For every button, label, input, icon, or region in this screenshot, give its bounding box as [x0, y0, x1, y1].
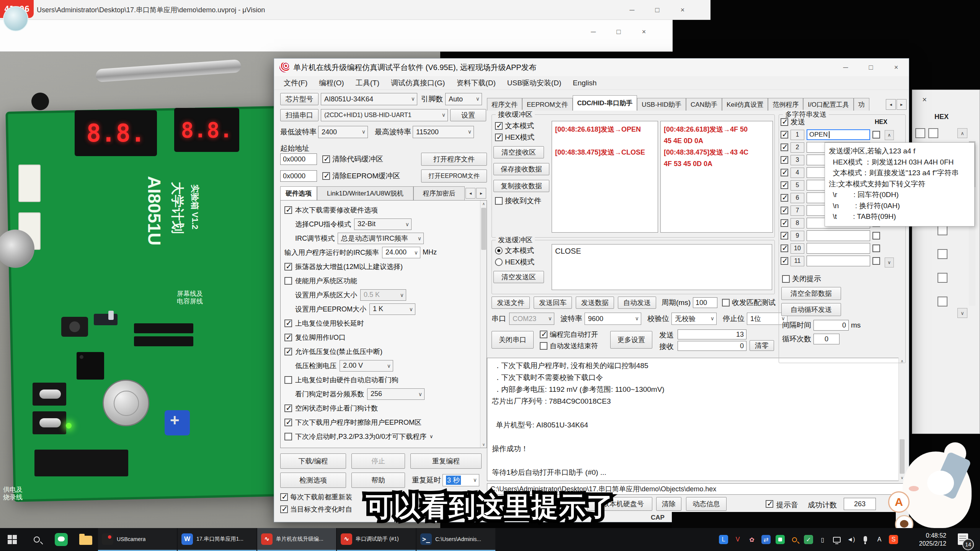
side-checkbox[interactable]: [938, 297, 947, 306]
serial-port-select[interactable]: (2CDC+HID1) USB-HID-UART1: [321, 109, 448, 121]
tab-1[interactable]: EEPROM文件: [522, 98, 573, 111]
taskbar-green-app[interactable]: [49, 528, 74, 551]
max-baud-select[interactable]: 115200: [413, 126, 474, 138]
close-icon[interactable]: ×: [631, 23, 657, 41]
recv-text-mode-checkbox[interactable]: [495, 122, 503, 130]
close-icon[interactable]: ×: [670, 0, 695, 20]
start-button[interactable]: [0, 528, 24, 551]
open-eeprom-file-button[interactable]: 打开EEPROM文件: [421, 170, 487, 183]
loop-count-input[interactable]: 0: [813, 334, 840, 344]
menu-item[interactable]: English: [567, 79, 602, 87]
clear-log-button[interactable]: 清除: [656, 497, 681, 511]
taskbar-clock[interactable]: 0:48:52 2025/2/12: [903, 531, 946, 548]
close-icon[interactable]: ×: [884, 59, 909, 76]
baud-select[interactable]: 9600: [585, 313, 641, 325]
tab-5[interactable]: Keil仿真设置: [722, 98, 768, 111]
minimize-icon[interactable]: ─: [833, 59, 858, 76]
minimize-icon[interactable]: ─: [581, 23, 606, 41]
menu-item[interactable]: 文件(F): [278, 78, 313, 88]
eeprom-start-address-input[interactable]: 0x0000: [280, 170, 317, 182]
menu-item[interactable]: 调试仿真接口(G): [385, 78, 451, 88]
scan-port-button[interactable]: 扫描串口: [280, 109, 318, 121]
option-checkbox[interactable]: [284, 404, 292, 412]
send-cr-button[interactable]: 发送回车: [534, 297, 572, 309]
send-data-button[interactable]: 发送数据: [576, 297, 614, 309]
recv-hex-mode-checkbox[interactable]: [495, 134, 503, 141]
close-icon[interactable]: ×: [916, 93, 933, 106]
multi-row-input[interactable]: [807, 256, 870, 266]
usb-device-icon[interactable]: ▯: [818, 535, 827, 544]
option-select[interactable]: 32-Bit: [354, 218, 412, 230]
multi-row-hex-checkbox[interactable]: [872, 245, 880, 252]
speaker-icon[interactable]: ◄): [846, 535, 856, 544]
option-checkbox[interactable]: [284, 376, 292, 384]
tab-scroll-right-icon[interactable]: ▸: [897, 99, 906, 110]
microphone-icon[interactable]: [861, 535, 870, 544]
maximize-icon[interactable]: □: [645, 0, 670, 20]
receive-text-pane[interactable]: [00:48:26.618]发送→OPEN [00:48:38.475]发送→C…: [552, 121, 658, 233]
tab-4[interactable]: CAN助手: [686, 98, 722, 111]
send-file-button[interactable]: 发送文件: [492, 297, 530, 309]
option-checkbox[interactable]: [284, 277, 292, 285]
side-checkbox[interactable]: [928, 128, 938, 138]
multi-row-checkbox[interactable]: [781, 156, 788, 164]
scroll-up-icon[interactable]: ∧: [480, 201, 487, 207]
security-shield-icon[interactable]: L: [719, 535, 728, 544]
sogou-input-icon[interactable]: S: [889, 535, 898, 544]
multi-row-hex-checkbox[interactable]: [872, 131, 880, 139]
chip-model-button[interactable]: 芯片型号: [280, 93, 318, 105]
ime-language-icon[interactable]: A: [875, 535, 884, 544]
match-test-checkbox[interactable]: [722, 299, 730, 306]
option-select[interactable]: 1 K: [369, 303, 415, 315]
dynamic-info-button[interactable]: 动态信息: [686, 497, 727, 511]
reload-before-download-checkbox[interactable]: [280, 493, 288, 501]
file-explorer-button[interactable]: [74, 528, 98, 551]
check-options-button[interactable]: 检测选项: [280, 473, 346, 488]
display-icon[interactable]: [832, 535, 841, 544]
tab-0[interactable]: 程序文件: [487, 98, 522, 111]
scroll-down-icon[interactable]: ∨: [480, 441, 487, 448]
tab-hardware-1[interactable]: Link1D/Writer1A/U8W脱机: [317, 186, 413, 200]
multi-row-hex-checkbox[interactable]: [872, 232, 880, 240]
side-checkbox[interactable]: [938, 225, 947, 235]
receive-hex-pane[interactable]: [00:48:26.618]发送→4F 50 45 4E 0D 0A [00:4…: [660, 121, 773, 233]
side-checkbox[interactable]: [938, 249, 947, 259]
option-select[interactable]: 2.00 V: [340, 360, 393, 372]
multi-row-checkbox[interactable]: [781, 131, 788, 139]
log-output[interactable]: ．下次下载用户程序时, 没有相关的端口控制485 ．下次下载时不需要校验下载口令…: [487, 358, 905, 481]
tab-8[interactable]: 功: [854, 98, 869, 111]
repeat-program-button[interactable]: 重复编程: [410, 453, 482, 469]
clear-all-data-button[interactable]: 清空全部数据: [781, 287, 841, 300]
auto-loop-send-button[interactable]: 自动循环发送: [781, 303, 841, 316]
scrollbar-thumb[interactable]: [481, 208, 486, 250]
maximize-icon[interactable]: □: [858, 59, 884, 76]
menu-item[interactable]: USB驱动安装(D): [501, 78, 567, 88]
maximize-icon[interactable]: □: [606, 23, 631, 41]
options-scrollbar[interactable]: ∧ ∨: [480, 201, 487, 448]
interval-input[interactable]: 0: [813, 320, 849, 331]
repeat-delay-select[interactable]: 3 秒: [443, 474, 479, 486]
tab-scroll-right-icon[interactable]: ▸: [476, 188, 486, 199]
side-checkbox[interactable]: [938, 273, 947, 283]
scroll-down-icon[interactable]: ∨: [885, 258, 894, 267]
menu-item[interactable]: 资料下载(D): [451, 78, 501, 88]
tab-6[interactable]: 范例程序: [768, 98, 803, 111]
send-text-mode-radio[interactable]: [495, 247, 503, 254]
close-serial-button[interactable]: 关闭串口: [492, 331, 534, 349]
tab-3[interactable]: USB-HID助手: [637, 98, 686, 111]
com-port-select[interactable]: COM23: [509, 313, 554, 325]
auto-send-button[interactable]: 自动发送: [618, 297, 656, 309]
clear-code-buffer-checkbox[interactable]: [322, 155, 330, 163]
v-app-icon[interactable]: V: [733, 535, 742, 544]
green-store-icon[interactable]: [776, 535, 785, 544]
multi-row-checkbox[interactable]: [781, 181, 788, 189]
beep-checkbox[interactable]: [766, 500, 773, 508]
option-select[interactable]: 总是动态调节IRC频率: [338, 233, 424, 244]
save-receive-button[interactable]: 保存接收数据: [493, 163, 549, 175]
chevron-down-icon[interactable]: ∨: [430, 434, 433, 439]
option-checkbox[interactable]: [284, 433, 292, 440]
scroll-down-icon[interactable]: ∨: [957, 308, 967, 318]
orange-search-icon[interactable]: [790, 535, 799, 544]
code-start-address-input[interactable]: 0x0000: [280, 153, 317, 165]
taskbar-app-0[interactable]: USBcamera: [98, 528, 177, 551]
